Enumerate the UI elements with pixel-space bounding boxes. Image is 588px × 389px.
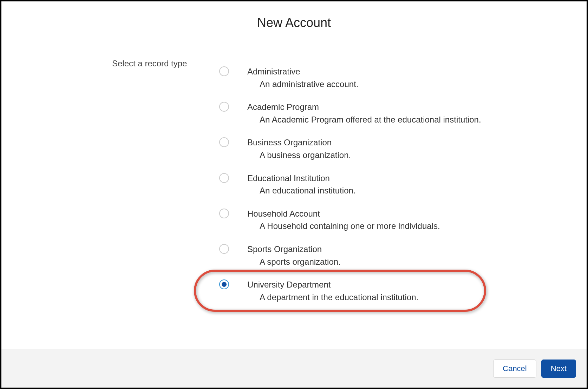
- record-type-option-household-account[interactable]: Household Account A Household containing…: [219, 208, 481, 232]
- option-label[interactable]: Sports Organization: [247, 243, 341, 255]
- radio-icon[interactable]: [219, 209, 229, 218]
- radio-icon[interactable]: [219, 173, 229, 183]
- option-label[interactable]: Educational Institution: [247, 172, 356, 184]
- option-text: Sports Organization A sports organizatio…: [247, 243, 341, 268]
- record-type-option-administrative[interactable]: Administrative An administrative account…: [219, 66, 481, 90]
- divider: [12, 41, 576, 41]
- option-text: University Department A department in th…: [247, 279, 418, 303]
- dialog-footer: Cancel Next: [1, 349, 587, 388]
- option-label[interactable]: Administrative: [247, 66, 358, 78]
- next-button[interactable]: Next: [541, 360, 576, 378]
- option-description: A Household containing one or more indiv…: [260, 220, 440, 232]
- option-text: Household Account A Household containing…: [247, 208, 440, 232]
- option-description: A business organization.: [260, 149, 351, 161]
- radio-icon[interactable]: [219, 102, 229, 112]
- dialog-content: New Account Select a record type Adminis…: [1, 1, 587, 349]
- option-description: An Academic Program offered at the educa…: [260, 114, 481, 126]
- cancel-button[interactable]: Cancel: [493, 360, 536, 378]
- option-text: Academic Program An Academic Program off…: [247, 101, 481, 125]
- option-description: A sports organization.: [260, 256, 341, 268]
- option-text: Educational Institution An educational i…: [247, 172, 356, 197]
- option-label[interactable]: University Department: [247, 279, 418, 291]
- record-type-option-educational-institution[interactable]: Educational Institution An educational i…: [219, 172, 481, 197]
- record-type-option-business-organization[interactable]: Business Organization A business organiz…: [219, 137, 481, 161]
- select-record-type-label: Select a record type: [112, 59, 219, 68]
- option-label[interactable]: Academic Program: [247, 101, 481, 113]
- radio-icon[interactable]: [219, 244, 229, 254]
- record-type-options-list: Administrative An administrative account…: [219, 59, 481, 303]
- radio-icon[interactable]: [219, 279, 229, 289]
- option-label[interactable]: Business Organization: [247, 137, 351, 149]
- option-description: A department in the educational institut…: [260, 291, 418, 303]
- option-description: An educational institution.: [260, 185, 356, 197]
- option-text: Administrative An administrative account…: [247, 66, 358, 90]
- radio-icon[interactable]: [219, 66, 229, 76]
- form-area: Select a record type Administrative An a…: [12, 59, 576, 303]
- radio-icon[interactable]: [219, 137, 229, 147]
- record-type-option-sports-organization[interactable]: Sports Organization A sports organizatio…: [219, 243, 481, 268]
- dialog-title: New Account: [12, 15, 576, 30]
- option-label[interactable]: Household Account: [247, 208, 440, 220]
- option-text: Business Organization A business organiz…: [247, 137, 351, 161]
- record-type-option-academic-program[interactable]: Academic Program An Academic Program off…: [219, 101, 481, 125]
- option-description: An administrative account.: [260, 78, 358, 90]
- record-type-option-university-department[interactable]: University Department A department in th…: [219, 279, 481, 303]
